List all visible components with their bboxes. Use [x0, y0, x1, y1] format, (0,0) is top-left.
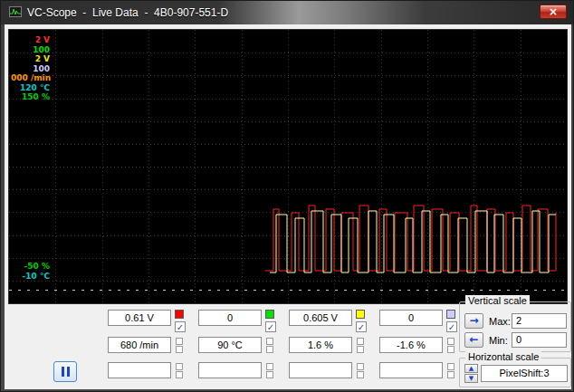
display-checkbox[interactable] [357, 338, 364, 345]
scale-label: 000 /min [11, 73, 50, 83]
scale-labels-top: 2 V 100 2 V 100 000 /min 120 °C 150 % [11, 35, 50, 102]
measure-field-temp: 90 °C [198, 337, 262, 353]
min-apply-button[interactable]: ← [464, 332, 483, 348]
display-checkbox[interactable] [266, 338, 273, 345]
close-button[interactable]: × [540, 5, 567, 19]
channel-checkbox[interactable]: ✓ [356, 321, 367, 332]
scale-label: 2 V [11, 35, 50, 45]
arrow-left-icon: ← [469, 333, 478, 346]
channel-checkbox[interactable]: ✓ [265, 321, 276, 332]
scale-labels-bottom: -50 % -10 °C [11, 262, 50, 281]
display-checkbox[interactable] [447, 346, 454, 353]
pause-icon [62, 367, 70, 377]
horizontal-scale-group: Horizontal scale ▲ ▼ PixelShift:3 [459, 358, 571, 387]
spin-up-icon: ▲ [469, 365, 474, 372]
client-area: 2 V 100 2 V 100 000 /min 120 °C 150 % -5… [5, 24, 571, 389]
measure-field-ch3: 0.605 V [289, 310, 352, 326]
vertical-scale-label: Vertical scale [465, 295, 530, 306]
display-checkbox[interactable] [447, 338, 454, 345]
scope-plot: 2 V 100 2 V 100 000 /min 120 °C 150 % -5… [8, 29, 568, 304]
pause-button[interactable] [53, 361, 77, 382]
check-icon: ✓ [448, 322, 455, 332]
channel-color-swatch [265, 310, 274, 319]
measure-field-ch1: 0.61 V [108, 310, 171, 326]
channel-checkbox[interactable]: ✓ [446, 321, 457, 332]
min-label: Min: [489, 335, 508, 346]
scale-label: 120 °C [11, 83, 50, 93]
measure-field-ch2: 0 [198, 310, 262, 326]
close-icon: × [549, 5, 558, 18]
display-checkbox[interactable] [266, 363, 273, 370]
display-checkbox[interactable] [357, 363, 364, 370]
pixelshift-up-button[interactable]: ▲ [464, 364, 478, 373]
measure-field-pct1: 1.6 % [289, 337, 352, 353]
display-checkbox[interactable] [447, 371, 454, 378]
display-checkbox[interactable] [357, 346, 364, 353]
pixelshift-down-button[interactable]: ▼ [464, 374, 478, 383]
window-title: VC-Scope - Live Data - 4B0-907-551-D [27, 6, 228, 19]
measure-field-empty [379, 362, 443, 378]
min-input[interactable]: 0 [512, 332, 567, 348]
channel-color-swatch [446, 310, 455, 319]
measure-field-rpm: 680 /min [108, 337, 171, 353]
display-checkbox[interactable] [176, 371, 183, 378]
measure-field-empty [108, 362, 171, 378]
arrow-right-icon: → [469, 314, 478, 327]
check-icon: ✓ [358, 322, 365, 332]
display-checkbox[interactable] [266, 346, 273, 353]
display-checkbox[interactable] [176, 346, 183, 353]
scale-label: -50 % [11, 262, 50, 272]
check-icon: ✓ [177, 322, 184, 332]
horizontal-scale-label: Horizontal scale [465, 351, 541, 362]
scale-label: 100 [11, 64, 50, 74]
display-checkbox[interactable] [447, 363, 454, 370]
scale-label: 150 % [11, 92, 50, 102]
display-checkbox[interactable] [357, 371, 364, 378]
max-apply-button[interactable]: → [464, 313, 483, 329]
display-checkbox[interactable] [176, 363, 183, 370]
channel-checkbox[interactable]: ✓ [175, 321, 186, 332]
scale-label: 100 [11, 45, 50, 55]
display-checkbox[interactable] [176, 338, 183, 345]
measure-field-ch4: 0 [379, 310, 443, 326]
vc-scope-window: VC-Scope - Live Data - 4B0-907-551-D × 2… [0, 0, 574, 392]
spin-down-icon: ▼ [469, 375, 474, 382]
max-input[interactable]: 2 [512, 313, 567, 329]
measure-field-empty [198, 362, 262, 378]
measure-field-empty [289, 362, 352, 378]
channel-color-swatch [175, 310, 184, 319]
app-icon [9, 6, 22, 17]
channel-color-swatch [356, 310, 365, 319]
pixelshift-value: PixelShift:3 [481, 365, 568, 382]
title-bar[interactable]: VC-Scope - Live Data - 4B0-907-551-D × [1, 1, 573, 24]
scope-waveform-svg [9, 30, 567, 303]
scale-label: 2 V [11, 54, 50, 64]
scale-label: -10 °C [11, 272, 50, 282]
check-icon: ✓ [267, 322, 274, 332]
vertical-scale-group: Vertical scale → Max: 2 ← Min: 0 [459, 301, 571, 352]
display-checkbox[interactable] [266, 371, 273, 378]
measure-field-pct2: -1.6 % [379, 337, 443, 353]
max-label: Max: [489, 316, 511, 327]
